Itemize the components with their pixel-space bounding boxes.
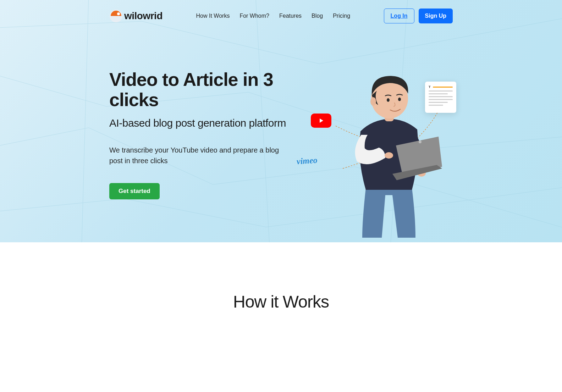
document-icon: T xyxy=(425,82,456,113)
svg-point-4 xyxy=(419,140,422,143)
logo[interactable]: wilowrid xyxy=(109,9,162,23)
hero-description: We transcribe your YouTube video and pre… xyxy=(109,145,294,166)
logo-wordmark: wilowrid xyxy=(124,10,162,22)
svg-point-2 xyxy=(385,152,393,159)
svg-point-8 xyxy=(387,98,390,102)
header: wilowrid How It Works For Whom? Features… xyxy=(109,0,453,23)
vimeo-label: vimeo xyxy=(296,155,318,166)
hero-title: Video to Article in 3 clicks xyxy=(109,70,308,110)
nav-pricing[interactable]: Pricing xyxy=(333,13,350,19)
main-nav: How It Works For Whom? Features Blog Pri… xyxy=(196,13,350,19)
signup-button[interactable]: Sign Up xyxy=(419,9,453,23)
play-icon xyxy=(318,117,325,124)
hero-subtitle: AI-based blog post generation platform xyxy=(109,117,308,129)
hero-text: Video to Article in 3 clicks AI-based bl… xyxy=(109,70,308,199)
how-it-works-section: How it Works xyxy=(0,242,562,311)
logo-icon xyxy=(109,9,123,23)
nav-how-it-works[interactable]: How It Works xyxy=(196,13,230,19)
login-button[interactable]: Log In xyxy=(384,9,414,23)
nav-features[interactable]: Features xyxy=(279,13,302,19)
hero-section: wilowrid How It Works For Whom? Features… xyxy=(0,0,562,242)
hero-illustration: vimeo T xyxy=(311,67,460,238)
auth-buttons: Log In Sign Up xyxy=(384,9,453,23)
get-started-button[interactable]: Get started xyxy=(109,183,160,199)
svg-point-1 xyxy=(117,12,120,15)
nav-blog[interactable]: Blog xyxy=(312,13,323,19)
svg-point-7 xyxy=(370,97,376,106)
doc-letter: T xyxy=(429,85,431,89)
youtube-icon xyxy=(311,114,331,128)
section-title-how-it-works: How it Works xyxy=(0,292,562,311)
nav-for-whom[interactable]: For Whom? xyxy=(239,13,269,19)
svg-point-9 xyxy=(398,98,401,101)
